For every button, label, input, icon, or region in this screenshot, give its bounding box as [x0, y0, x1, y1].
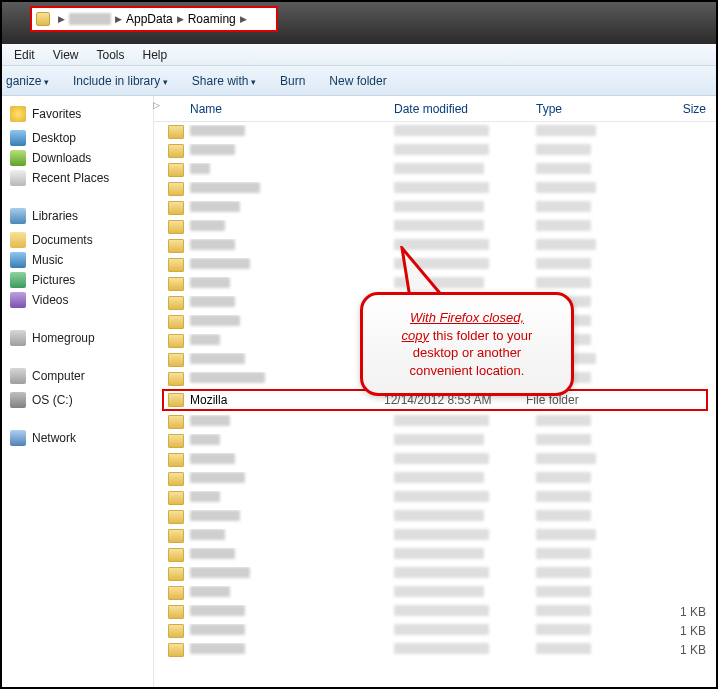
nav-desktop[interactable]: Desktop: [32, 131, 76, 145]
folder-icon: [168, 567, 184, 581]
desktop-icon: [10, 130, 26, 146]
folder-icon: [168, 605, 184, 619]
table-row[interactable]: [154, 545, 716, 564]
table-row[interactable]: 1 KB: [154, 640, 716, 659]
menu-tools[interactable]: Tools: [96, 48, 124, 62]
column-headers: Name Date modified Type Size: [154, 96, 716, 122]
table-row[interactable]: 1 KB: [154, 602, 716, 621]
folder-icon: [168, 472, 184, 486]
folder-icon: [168, 372, 184, 386]
address-user-blurred: [69, 13, 111, 25]
folder-icon: [168, 220, 184, 234]
table-row[interactable]: [154, 450, 716, 469]
folder-icon: [168, 182, 184, 196]
toolbar: ganize Include in library Share with Bur…: [2, 66, 716, 96]
menu-view[interactable]: View: [53, 48, 79, 62]
folder-icon: [168, 144, 184, 158]
col-date[interactable]: Date modified: [394, 102, 536, 116]
pictures-icon: [10, 272, 26, 288]
file-name: Mozilla: [184, 393, 384, 407]
table-row[interactable]: [154, 198, 716, 217]
table-row[interactable]: [154, 564, 716, 583]
menu-help[interactable]: Help: [143, 48, 168, 62]
callout-line: desktop or another: [413, 345, 521, 360]
folder-icon: [168, 315, 184, 329]
drive-icon: [10, 392, 26, 408]
documents-icon: [10, 232, 26, 248]
callout-line: With Firefox closed,: [410, 310, 524, 325]
nav-pane: Favorites Desktop Downloads Recent Place…: [2, 96, 154, 687]
nav-documents[interactable]: Documents: [32, 233, 93, 247]
folder-icon: [168, 201, 184, 215]
col-size[interactable]: Size: [654, 102, 716, 116]
nav-network[interactable]: Network: [32, 431, 76, 445]
folder-icon: [168, 125, 184, 139]
col-type[interactable]: Type: [536, 102, 654, 116]
folder-icon: [168, 277, 184, 291]
table-row[interactable]: [154, 141, 716, 160]
nav-computer[interactable]: Computer: [32, 369, 85, 383]
address-seg[interactable]: AppData: [126, 12, 173, 26]
table-row[interactable]: [154, 469, 716, 488]
callout-line: this folder to your: [429, 328, 532, 343]
burn-button[interactable]: Burn: [280, 74, 305, 88]
nav-pictures[interactable]: Pictures: [32, 273, 75, 287]
downloads-icon: [10, 150, 26, 166]
folder-icon: [168, 491, 184, 505]
table-row[interactable]: [154, 488, 716, 507]
table-row[interactable]: [154, 583, 716, 602]
folder-icon: [168, 510, 184, 524]
menu-edit[interactable]: Edit: [14, 48, 35, 62]
folder-icon: [168, 258, 184, 272]
videos-icon: [10, 292, 26, 308]
table-row[interactable]: [154, 431, 716, 450]
table-row[interactable]: 1 KB: [154, 621, 716, 640]
table-row[interactable]: [154, 179, 716, 198]
include-in-library-button[interactable]: Include in library: [73, 74, 168, 88]
menubar: Edit View Tools Help: [2, 44, 716, 66]
expand-icon[interactable]: ▷: [153, 100, 160, 110]
libraries-icon: [10, 208, 26, 224]
nav-music[interactable]: Music: [32, 253, 63, 267]
folder-icon: [168, 296, 184, 310]
folder-icon: [168, 334, 184, 348]
table-row[interactable]: [154, 507, 716, 526]
nav-osdrive[interactable]: OS (C:): [32, 393, 73, 407]
nav-favorites[interactable]: Favorites: [32, 107, 81, 121]
folder-icon: [168, 393, 184, 407]
folder-icon: [168, 643, 184, 657]
folder-icon: [168, 624, 184, 638]
nav-homegroup[interactable]: Homegroup: [32, 331, 95, 345]
folder-icon: [168, 529, 184, 543]
table-row[interactable]: [154, 217, 716, 236]
nav-recent[interactable]: Recent Places: [32, 171, 109, 185]
folder-icon: [36, 12, 50, 26]
folder-icon: [168, 453, 184, 467]
music-icon: [10, 252, 26, 268]
folder-icon: [168, 163, 184, 177]
folder-icon: [168, 415, 184, 429]
new-folder-button[interactable]: New folder: [329, 74, 386, 88]
table-row[interactable]: [154, 412, 716, 431]
nav-libraries[interactable]: Libraries: [32, 209, 78, 223]
address-seg[interactable]: Roaming: [188, 12, 236, 26]
col-name[interactable]: Name: [154, 102, 394, 116]
table-row[interactable]: [154, 526, 716, 545]
nav-videos[interactable]: Videos: [32, 293, 68, 307]
chevron-right-icon: ▶: [115, 14, 122, 24]
folder-icon: [168, 586, 184, 600]
organize-button[interactable]: ganize: [6, 74, 49, 88]
chevron-right-icon: ▶: [177, 14, 184, 24]
homegroup-icon: [10, 330, 26, 346]
star-icon: [10, 106, 26, 122]
address-bar[interactable]: ▶ ▶ AppData ▶ Roaming ▶: [30, 6, 278, 32]
annotation-callout: With Firefox closed, copy this folder to…: [360, 292, 574, 396]
network-icon: [10, 430, 26, 446]
chevron-right-icon: ▶: [58, 14, 65, 24]
table-row[interactable]: [154, 160, 716, 179]
table-row[interactable]: [154, 122, 716, 141]
folder-icon: [168, 548, 184, 562]
share-with-button[interactable]: Share with: [192, 74, 256, 88]
folder-icon: [168, 239, 184, 253]
nav-downloads[interactable]: Downloads: [32, 151, 91, 165]
